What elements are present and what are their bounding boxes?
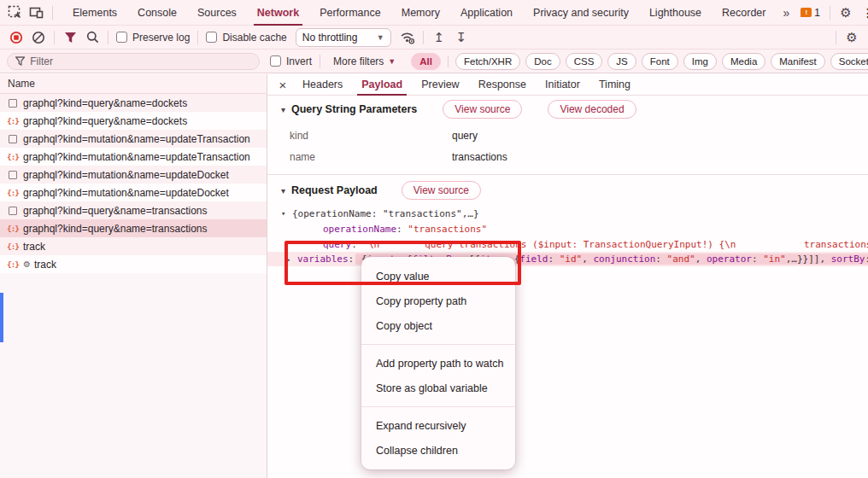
filter-chip-manifest[interactable]: Manifest: [771, 53, 824, 70]
token-plain: ,…}}]],: [786, 254, 831, 265]
invert-checkbox[interactable]: Invert: [270, 55, 312, 67]
request-row[interactable]: {:}track: [0, 237, 267, 255]
triangle-expanded-icon[interactable]: ▾: [281, 186, 291, 195]
detail-tab-preview[interactable]: Preview: [412, 74, 468, 96]
request-row[interactable]: {:}graphql?kind=mutation&name=updateTran…: [0, 148, 267, 166]
query-string-params: kindquerynametransactions: [267, 123, 868, 172]
detail-tab-headers[interactable]: Headers: [293, 74, 352, 96]
menu-item-copy-object[interactable]: Copy object: [361, 313, 515, 338]
menu-separator: [361, 406, 515, 407]
token-plain: :: [865, 254, 868, 265]
preserve-log-label: Preserve log: [132, 32, 190, 44]
checkbox[interactable]: [116, 32, 127, 43]
record-network-log-icon[interactable]: [6, 27, 26, 48]
import-har-icon[interactable]: ↥: [429, 27, 449, 48]
request-row[interactable]: graphql?kind=mutation&name=updateDocket: [0, 166, 267, 184]
request-row[interactable]: {:}⚙track: [0, 255, 267, 273]
tab-privacy-and-security[interactable]: Privacy and security: [523, 0, 639, 26]
tab-sources[interactable]: Sources: [187, 0, 247, 26]
filter-chip-all[interactable]: All: [411, 53, 441, 70]
detail-tab-response[interactable]: Response: [469, 74, 536, 96]
menu-item-add-property-path-to-watch[interactable]: Add property path to watch: [361, 351, 515, 376]
issues-badge[interactable]: ! 1: [795, 7, 825, 19]
filter-chip-fetch-xhr[interactable]: Fetch/XHR: [455, 53, 520, 70]
triangle-expanded-icon[interactable]: ▾: [281, 209, 292, 218]
tab-performance[interactable]: Performance: [309, 0, 391, 26]
tab-application[interactable]: Application: [450, 0, 523, 26]
view-source-button[interactable]: View source: [402, 181, 481, 200]
view-source-button[interactable]: View source: [443, 100, 522, 119]
filter-chip-css[interactable]: CSS: [566, 53, 603, 70]
fetch-icon: {:}: [6, 152, 20, 161]
filter-chip-js[interactable]: JS: [607, 53, 636, 70]
request-row[interactable]: graphql?kind=query&name=transactions: [0, 201, 267, 219]
request-row[interactable]: {:}graphql?kind=query&name=transactions: [0, 219, 267, 237]
triangle-collapsed-icon[interactable]: ▸: [286, 255, 297, 264]
request-name: graphql?kind=mutation&name=updateDocket: [23, 187, 229, 199]
export-har-icon[interactable]: ↧: [451, 27, 472, 48]
menu-item-collapse-children[interactable]: Collapse children: [361, 438, 515, 463]
issue-count: 1: [814, 7, 820, 19]
device-toolbar-icon[interactable]: [26, 2, 48, 24]
preflight-icon: [6, 207, 20, 215]
settings-gear-icon[interactable]: ⚙: [835, 2, 857, 24]
filter-chip-font[interactable]: Font: [642, 53, 678, 70]
checkbox[interactable]: [206, 32, 217, 43]
menu-item-copy-value[interactable]: Copy value: [361, 264, 515, 289]
detail-tab-initiator[interactable]: Initiator: [536, 74, 589, 96]
close-detail-icon[interactable]: ×: [273, 78, 293, 92]
request-row[interactable]: graphql?kind=mutation&name=updateTransac…: [0, 130, 267, 148]
token-plain: :: [548, 254, 559, 265]
search-icon[interactable]: [82, 27, 103, 48]
network-toolbar: Preserve log Disable cache No throttling…: [0, 26, 868, 50]
filter-chip-doc[interactable]: Doc: [525, 53, 560, 70]
tab-network[interactable]: Network: [247, 0, 309, 26]
tab-elements[interactable]: Elements: [62, 0, 127, 26]
invert-label: Invert: [286, 55, 312, 67]
tab-lighthouse[interactable]: Lighthouse: [639, 0, 712, 26]
network-conditions-icon[interactable]: [397, 27, 418, 48]
detail-tabbar: × HeadersPayloadPreviewResponseInitiator…: [267, 74, 868, 96]
throttling-value: No throttling: [302, 32, 358, 44]
payload-tree-row[interactable]: ▸variables: {input: {filterBy: [{item: {…: [267, 252, 868, 266]
request-name: track: [34, 259, 56, 271]
checkbox[interactable]: [270, 55, 281, 67]
request-row[interactable]: {:}graphql?kind=query&name=dockets: [0, 112, 267, 130]
filter-input[interactable]: [30, 55, 251, 67]
payload-tree-row[interactable]: ▾{operationName: "transactions",…}: [281, 206, 868, 221]
request-row[interactable]: {:}graphql?kind=mutation&name=updateDock…: [0, 184, 267, 201]
more-filters-dropdown[interactable]: More filters ▼: [333, 55, 396, 67]
menu-item-expand-recursively[interactable]: Expand recursively: [361, 413, 515, 438]
request-name: graphql?kind=mutation&name=updateTransac…: [23, 151, 250, 163]
more-panels-icon[interactable]: »: [777, 6, 796, 20]
request-row[interactable]: graphql?kind=query&name=dockets: [0, 94, 267, 112]
divider: [448, 55, 449, 67]
filter-chip-img[interactable]: Img: [683, 53, 717, 70]
menu-item-store-as-global-variable[interactable]: Store as global variable: [361, 376, 515, 400]
filter-chip-media[interactable]: Media: [722, 53, 765, 70]
disable-cache-checkbox[interactable]: Disable cache: [206, 32, 286, 44]
view-decoded-button[interactable]: View decoded: [548, 100, 636, 119]
preserve-log-checkbox[interactable]: Preserve log: [116, 32, 190, 44]
tab-recorder[interactable]: Recorder: [712, 0, 776, 26]
request-name: graphql?kind=query&name=dockets: [23, 97, 187, 109]
tab-console[interactable]: Console: [127, 0, 187, 26]
payload-tree-row[interactable]: operationName: "transactions": [281, 221, 868, 236]
kebab-menu-icon[interactable]: ⋮: [857, 2, 868, 24]
network-settings-gear-icon[interactable]: ⚙: [842, 27, 862, 48]
filter-chip-socket[interactable]: Socket: [830, 53, 868, 70]
param-row: kindquery: [267, 125, 868, 146]
inspect-element-icon[interactable]: [3, 2, 26, 24]
detail-tab-timing[interactable]: Timing: [589, 74, 640, 96]
name-column-header[interactable]: Name: [0, 74, 267, 94]
menu-item-copy-property-path[interactable]: Copy property path: [361, 289, 515, 313]
filter-funnel-icon[interactable]: [60, 27, 80, 48]
token-plain: :: [396, 224, 408, 235]
tab-memory[interactable]: Memory: [391, 0, 450, 26]
clear-network-log-icon[interactable]: [28, 27, 49, 48]
throttling-select[interactable]: No throttling ▼: [296, 28, 391, 47]
filter-input-wrap[interactable]: [7, 53, 260, 70]
payload-tree-row[interactable]: query: "\n query transactions ($input: T…: [281, 236, 868, 252]
triangle-expanded-icon[interactable]: ▾: [281, 105, 291, 114]
detail-tab-payload[interactable]: Payload: [352, 74, 412, 96]
